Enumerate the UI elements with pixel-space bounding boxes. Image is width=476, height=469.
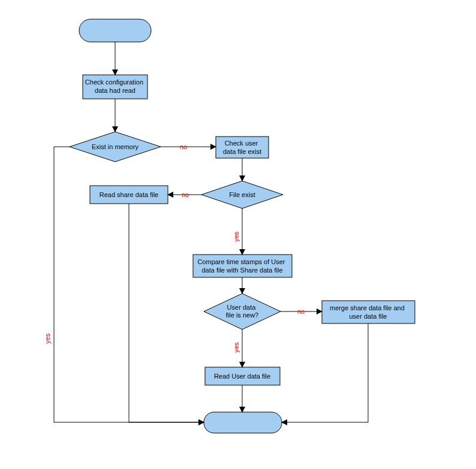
fileexist-yes-label: yes — [233, 231, 240, 242]
user-new-text: User data file is new? — [226, 304, 258, 319]
edge-readshare-end — [129, 204, 204, 422]
read-user-text: Read User data file — [214, 373, 270, 380]
fileexist-no-label: no — [182, 191, 189, 198]
file-exist-text: File exist — [229, 191, 255, 198]
usernew-no-label: no — [297, 308, 305, 315]
read-share-text: Read share data file — [100, 191, 158, 198]
end-terminal — [204, 412, 282, 433]
start-terminal — [79, 19, 151, 42]
existmem-no-label: no — [180, 143, 187, 150]
edge-merge-end — [282, 323, 368, 422]
existmem-yes-label: yes — [44, 333, 51, 344]
exist-mem-text: Exist in memory — [92, 143, 139, 150]
usernew-yes-label: yes — [233, 342, 240, 353]
flowchart-canvas: Check configuration data had read Exist … — [0, 0, 476, 469]
